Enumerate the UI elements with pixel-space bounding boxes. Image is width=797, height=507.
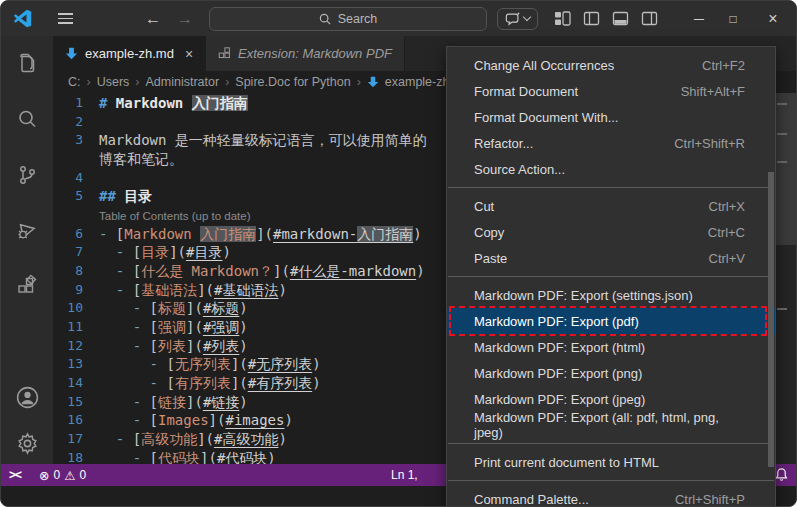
warnings-count: 0 bbox=[79, 468, 86, 482]
menu-item[interactable]: Markdown PDF: Export (all: pdf, html, pn… bbox=[447, 412, 775, 438]
menu-item[interactable]: Change All OccurrencesCtrl+F2 bbox=[447, 52, 775, 78]
copilot-chat-icon bbox=[505, 11, 521, 27]
line-text: Markdown 是一种轻量级标记语言，可以使用简单的 bbox=[99, 131, 427, 150]
menu-item-label: Source Action... bbox=[474, 162, 565, 177]
source-control-icon[interactable] bbox=[14, 162, 40, 188]
tab-close-icon[interactable]: × bbox=[185, 46, 193, 62]
breadcrumb-item[interactable]: Users bbox=[97, 75, 130, 89]
settings-gear-icon[interactable] bbox=[14, 430, 40, 456]
line-text: - [什么是 Markdown？](#什么是-markdown) bbox=[99, 262, 425, 281]
context-menu-items: Change All OccurrencesCtrl+F2Format Docu… bbox=[447, 52, 775, 507]
menu-item[interactable]: CopyCtrl+C bbox=[447, 219, 775, 245]
notifications-bell-icon[interactable] bbox=[774, 467, 789, 482]
menu-item-label: Refactor... bbox=[474, 136, 533, 151]
problems-status[interactable]: ⊗ 0 ⚠ 0 bbox=[39, 468, 86, 483]
line-text: - [标题](#标题) bbox=[99, 299, 248, 318]
line-text: - [目录](#目录) bbox=[99, 243, 231, 262]
line-number: 2 bbox=[53, 113, 99, 132]
breadcrumb-item[interactable]: Spire.Doc for Python bbox=[235, 75, 350, 89]
close-window-button[interactable]: × bbox=[758, 10, 788, 28]
menu-item[interactable]: Print current document to HTML bbox=[447, 449, 775, 475]
line-text: - [高级功能](#高级功能) bbox=[99, 430, 287, 449]
breadcrumb-item[interactable]: Administrator bbox=[146, 75, 220, 89]
errors-icon: ⊗ bbox=[39, 468, 49, 483]
line-number: 11 bbox=[53, 318, 99, 337]
account-icon[interactable] bbox=[14, 384, 40, 410]
menu-item-label: Cut bbox=[474, 199, 494, 214]
line-text: 博客和笔记。 bbox=[99, 150, 183, 169]
menu-item[interactable]: CutCtrl+X bbox=[447, 193, 775, 219]
search-input[interactable]: Search bbox=[209, 7, 487, 31]
layout-controls bbox=[554, 10, 658, 27]
menu-item-label: Markdown PDF: Export (pdf) bbox=[474, 314, 639, 329]
line-number: 18 bbox=[53, 449, 99, 464]
activity-bar bbox=[1, 36, 53, 464]
extensions-icon[interactable] bbox=[14, 274, 40, 300]
menu-item[interactable]: Format DocumentShift+Alt+F bbox=[447, 78, 775, 104]
breadcrumb-separator-icon: › bbox=[135, 75, 139, 89]
line-text: - [列表](#列表) bbox=[99, 337, 248, 356]
menu-item[interactable]: Format Document With... bbox=[447, 104, 775, 130]
line-number: 16 bbox=[53, 411, 99, 430]
line-number bbox=[53, 150, 99, 169]
breadcrumb-separator-icon: › bbox=[225, 75, 229, 89]
warnings-icon: ⚠ bbox=[64, 468, 75, 483]
menu-item[interactable]: Markdown PDF: Export (jpeg) bbox=[447, 386, 775, 412]
errors-count: 0 bbox=[54, 468, 61, 482]
extension-tab-icon bbox=[218, 47, 231, 60]
tab-label: example-zh.md bbox=[85, 46, 174, 61]
customize-layout-icon[interactable] bbox=[554, 10, 571, 27]
menu-separator bbox=[448, 443, 774, 444]
menu-item[interactable]: Refactor...Ctrl+Shift+R bbox=[447, 130, 775, 156]
menu-item-shortcut: Ctrl+V bbox=[709, 251, 745, 266]
minimap[interactable] bbox=[774, 93, 796, 464]
minimap-slider[interactable] bbox=[774, 93, 796, 245]
menu-item-shortcut: Shift+Alt+F bbox=[681, 84, 745, 99]
explorer-icon[interactable] bbox=[14, 50, 40, 76]
menu-item-label: Format Document With... bbox=[474, 110, 618, 125]
line-text: # Markdown 入门指南 bbox=[99, 94, 248, 113]
maximize-button[interactable]: □ bbox=[718, 12, 748, 26]
menu-item[interactable]: Command Palette...Ctrl+Shift+P bbox=[447, 486, 775, 507]
search-icon bbox=[319, 13, 331, 25]
forward-icon[interactable]: → bbox=[177, 10, 193, 28]
menu-item-label: Markdown PDF: Export (png) bbox=[474, 366, 642, 381]
menu-item-label: Markdown PDF: Export (settings.json) bbox=[474, 288, 693, 303]
back-icon[interactable]: ← bbox=[145, 10, 161, 28]
run-debug-icon[interactable] bbox=[14, 218, 40, 244]
menu-item[interactable]: Markdown PDF: Export (settings.json) bbox=[447, 282, 775, 308]
line-text: - [链接](#链接) bbox=[99, 393, 248, 412]
line-number: 13 bbox=[53, 355, 99, 374]
remote-indicator-icon[interactable]: >< bbox=[9, 468, 21, 482]
breadcrumb-separator-icon: › bbox=[87, 75, 91, 89]
cursor-position[interactable]: Ln 1, bbox=[391, 468, 418, 482]
tab-example-zh-md[interactable]: example-zh.md × bbox=[53, 36, 206, 71]
menu-item-shortcut: Ctrl+Shift+P bbox=[675, 492, 745, 507]
tab-extension-markdown-pdf[interactable]: Extension: Markdown PDF bbox=[206, 36, 405, 71]
menu-item-shortcut: Ctrl+X bbox=[709, 199, 745, 214]
menu-icon[interactable] bbox=[58, 13, 73, 24]
context-menu: Change All OccurrencesCtrl+F2Format Docu… bbox=[446, 46, 776, 507]
menu-item[interactable]: Markdown PDF: Export (png) bbox=[447, 360, 775, 386]
menu-item-label: Paste bbox=[474, 251, 507, 266]
toggle-primary-sidebar-icon[interactable] bbox=[583, 10, 600, 27]
line-number: 4 bbox=[53, 169, 99, 188]
menu-separator bbox=[448, 187, 774, 188]
minimize-button[interactable]: ─ bbox=[684, 11, 714, 27]
menu-item[interactable]: Markdown PDF: Export (html) bbox=[447, 334, 775, 360]
toggle-panel-icon[interactable] bbox=[612, 10, 629, 27]
menu-item[interactable]: PasteCtrl+V bbox=[447, 245, 775, 271]
menu-item[interactable]: Source Action... bbox=[447, 156, 775, 182]
toggle-secondary-sidebar-icon[interactable] bbox=[641, 10, 658, 27]
line-number: 8 bbox=[53, 262, 99, 281]
copilot-button[interactable] bbox=[497, 8, 538, 30]
menu-item[interactable]: Markdown PDF: Export (pdf) bbox=[447, 308, 775, 334]
chevron-down-icon[interactable] bbox=[523, 13, 531, 21]
menu-scrollbar[interactable] bbox=[768, 172, 774, 467]
search-label: Search bbox=[338, 12, 378, 26]
menu-item-label: Markdown PDF: Export (html) bbox=[474, 340, 645, 355]
search-sidebar-icon[interactable] bbox=[14, 106, 40, 132]
menu-item-label: Format Document bbox=[474, 84, 578, 99]
activity-bar-bottom bbox=[14, 384, 40, 456]
breadcrumb-item[interactable]: C: bbox=[68, 75, 81, 89]
